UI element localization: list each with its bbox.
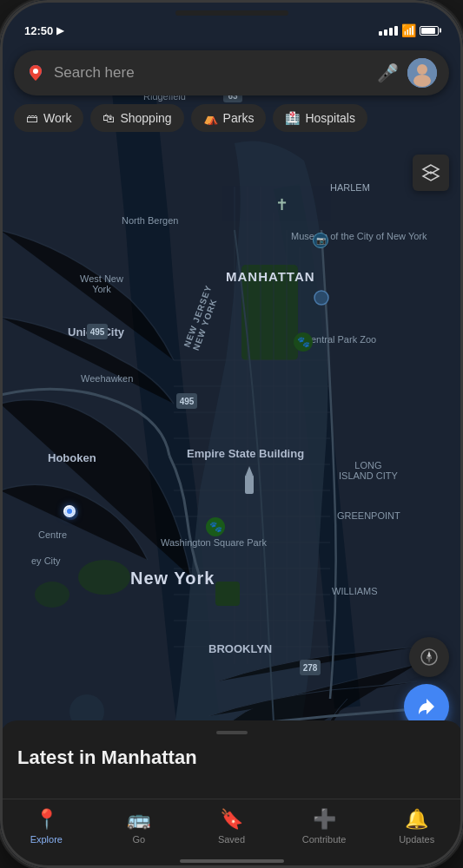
parks-icon: ⛺: [203, 111, 218, 125]
museum-marker: 📷: [313, 233, 328, 248]
updates-icon: 🔔: [405, 808, 428, 831]
hospitals-label: Hospitals: [305, 111, 355, 125]
wsp-marker: 🐾: [206, 517, 225, 536]
svg-rect-1: [241, 265, 298, 360]
signal-bar-4: [394, 26, 398, 36]
sheet-title: Latest in Manhattan: [17, 746, 446, 769]
hospitals-icon: 🏥: [285, 111, 300, 125]
svg-point-31: [413, 75, 431, 87]
signal-bar-2: [384, 30, 387, 36]
shopping-icon: 🛍: [103, 111, 115, 125]
nav-explore[interactable]: 📍 Explore: [0, 808, 93, 845]
nav-saved[interactable]: 🔖 Saved: [185, 808, 278, 845]
sheet-handle: [216, 731, 248, 734]
church-marker: ✝: [275, 195, 288, 214]
shopping-label: Shopping: [120, 111, 171, 125]
directions-icon: [415, 695, 438, 718]
route-495-badge-1: 495: [87, 324, 108, 339]
layer-toggle-button[interactable]: [413, 155, 449, 191]
category-hospitals[interactable]: 🏥 Hospitals: [273, 104, 367, 132]
contribute-label: Contribute: [302, 834, 347, 845]
home-indicator: [180, 859, 284, 863]
status-left: 12:50 ▶: [24, 24, 63, 37]
svg-rect-23: [245, 475, 254, 494]
work-icon: 🗃: [26, 111, 38, 125]
svg-rect-22: [215, 582, 240, 606]
compass-icon: [420, 648, 439, 667]
signal-bars: [379, 26, 398, 36]
signal-bar-1: [379, 31, 382, 36]
nav-updates[interactable]: 🔔 Updates: [370, 808, 463, 845]
cpz-marker: 🐾: [294, 332, 313, 352]
nav-go[interactable]: 🚌 Go: [93, 808, 186, 845]
navigation-button[interactable]: [409, 637, 449, 677]
status-right: 📶: [379, 23, 439, 37]
category-parks[interactable]: ⛺ Parks: [191, 104, 267, 132]
bottom-sheet[interactable]: Latest in Manhattan: [0, 720, 463, 807]
search-placeholder: Search here: [54, 64, 368, 82]
parks-label: Parks: [223, 111, 255, 125]
signal-bar-3: [389, 28, 393, 36]
user-avatar[interactable]: [407, 58, 437, 88]
notch: [175, 10, 288, 16]
explore-icon: 📍: [35, 808, 58, 831]
route-495-badge-2: 495: [176, 393, 197, 409]
google-maps-logo: [26, 63, 45, 82]
battery-fill: [421, 28, 435, 34]
svg-point-30: [417, 64, 427, 75]
category-shopping[interactable]: 🛍 Shopping: [90, 104, 183, 132]
bottom-navigation: 📍 Explore 🚌 Go 🔖 Saved ➕ Contribute 🔔 Up…: [0, 799, 463, 868]
battery-icon: [420, 26, 439, 36]
saved-icon: 🔖: [220, 808, 243, 831]
layers-icon: [421, 163, 440, 182]
go-label: Go: [133, 834, 146, 845]
explore-label: Explore: [30, 834, 63, 845]
go-icon: 🚌: [127, 808, 150, 831]
mic-button[interactable]: 🎤: [377, 62, 399, 83]
search-bar[interactable]: Search here 🎤: [14, 50, 449, 95]
phone-frame: MANHATTAN North Bergen West NewYork Unio…: [0, 0, 463, 868]
saved-label: Saved: [218, 834, 245, 845]
wifi-icon: 📶: [401, 23, 416, 37]
contribute-icon: ➕: [313, 808, 336, 831]
categories-row: 🗃 Work 🛍 Shopping ⛺ Parks 🏥 Hospitals: [0, 104, 463, 132]
nav-contribute[interactable]: ➕ Contribute: [278, 808, 371, 845]
time-display: 12:50: [24, 24, 53, 37]
work-label: Work: [43, 111, 71, 125]
svg-point-25: [314, 291, 328, 305]
svg-point-28: [33, 69, 38, 74]
location-arrow-icon: ▶: [56, 25, 63, 36]
category-work[interactable]: 🗃 Work: [14, 104, 83, 132]
updates-label: Updates: [399, 834, 434, 845]
svg-point-21: [35, 582, 69, 608]
route-278-badge: 278: [300, 660, 321, 675]
status-bar: 12:50 ▶ 📶: [0, 17, 463, 43]
user-location-dot: [63, 505, 76, 517]
svg-point-20: [78, 560, 130, 595]
